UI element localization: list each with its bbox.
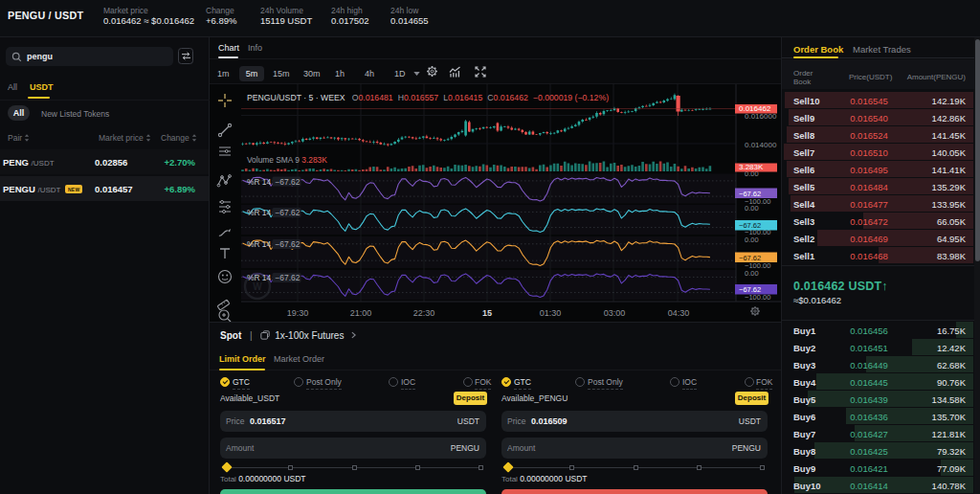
svg-text:0.00: 0.00 <box>745 204 759 213</box>
svg-text:15: 15 <box>482 308 492 318</box>
svg-text:3.283K: 3.283K <box>739 163 764 171</box>
svg-text:−67.62: −67.62 <box>739 254 761 262</box>
svg-text:0.00: 0.00 <box>745 236 759 244</box>
svg-text:0.00: 0.00 <box>745 269 759 278</box>
svg-text:0.014000: 0.014000 <box>745 141 777 149</box>
svg-text:0.016462: 0.016462 <box>739 104 771 113</box>
svg-text:Volume SMA 9 3.283K: Volume SMA 9 3.283K <box>247 155 327 165</box>
svg-text:PENGU/USDT · 5 · WEEXO0.016481: PENGU/USDT · 5 · WEEXO0.016481H0.016557L… <box>247 93 609 102</box>
svg-text:−67.62: −67.62 <box>739 190 761 198</box>
svg-text:22:30: 22:30 <box>413 308 435 318</box>
svg-text:19:30: 19:30 <box>287 308 309 318</box>
svg-text:03:00: 03:00 <box>604 308 626 318</box>
svg-text:W: W <box>253 281 262 292</box>
svg-text:21:00: 21:00 <box>350 308 372 318</box>
svg-text:−67.62: −67.62 <box>739 285 761 294</box>
svg-text:04:30: 04:30 <box>668 308 690 318</box>
svg-text:01:30: 01:30 <box>540 308 562 318</box>
svg-text:−67.62: −67.62 <box>739 221 761 230</box>
